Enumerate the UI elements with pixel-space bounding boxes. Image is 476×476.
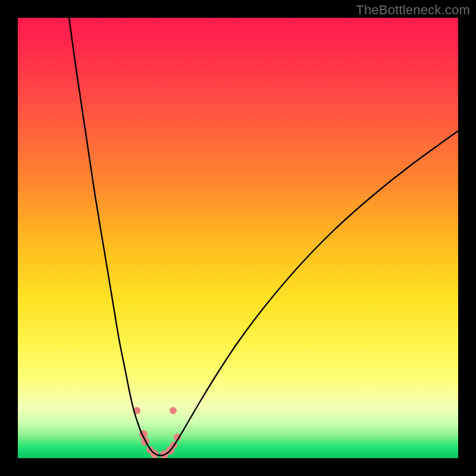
chart-marker: [170, 407, 177, 414]
chart-curve-right: [168, 131, 458, 453]
watermark-text: TheBottleneck.com: [356, 2, 470, 18]
chart-stage: TheBottleneck.com: [0, 0, 476, 476]
chart-plot-area: [18, 18, 458, 458]
chart-markers: [133, 407, 181, 458]
chart-curve-left: [69, 18, 154, 453]
chart-svg: [18, 18, 458, 458]
